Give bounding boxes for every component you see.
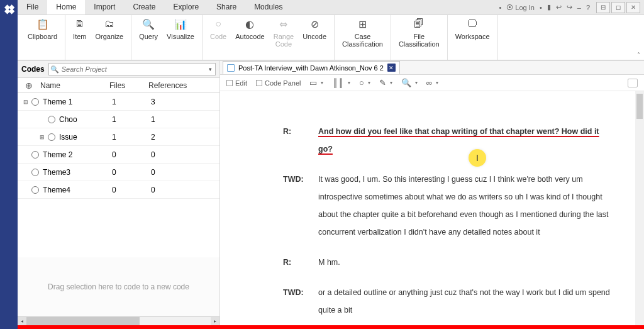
code-node[interactable]: ⊞Issue12: [18, 128, 219, 146]
code-node[interactable]: Theme400: [18, 181, 219, 199]
bullet-icon: •: [499, 4, 501, 11]
codes-column-header: ⊕ Name Files References: [18, 78, 219, 93]
ribbon-file-classification-button[interactable]: 🗐FileClassification: [399, 18, 440, 48]
circle-tool[interactable]: ○▾: [359, 78, 370, 87]
node-files: 0: [112, 168, 151, 177]
ribbon-label: Workspace: [455, 33, 490, 40]
ribbon-workspace-button[interactable]: 🖵Workspace: [455, 18, 490, 40]
codes-drop-hint: Drag selection here to code to a new cod…: [18, 257, 219, 316]
ribbon-item-button[interactable]: 🗎Item: [73, 18, 86, 40]
tree-twist-icon[interactable]: ⊞: [36, 134, 48, 140]
menu-tab-explore[interactable]: Explore: [164, 0, 208, 14]
transcript-row[interactable]: R:M hm.: [283, 254, 610, 271]
transcript-row[interactable]: R:And how did you feel like that chap wr…: [283, 123, 610, 158]
codes-panel: Codes 🔍 ▾ ⊕ Name Files References ⊟Theme…: [18, 61, 220, 325]
menu-tab-share[interactable]: Share: [208, 0, 245, 14]
scroll-left-icon[interactable]: ◂: [18, 317, 26, 325]
case-classification-icon: ⊞: [356, 18, 369, 30]
ribbon-label: Code: [210, 33, 226, 40]
col-files[interactable]: Files: [109, 81, 148, 90]
video-progress-bar[interactable]: [18, 325, 644, 329]
window-close-button[interactable]: ✕: [626, 2, 640, 13]
col-references[interactable]: References: [148, 81, 219, 90]
node-circle-icon[interactable]: [48, 116, 55, 123]
node-files: 1: [112, 133, 151, 142]
ribbon-code-button: ○Code: [210, 18, 226, 48]
coding-stripes-tool[interactable]: ║║▾: [332, 78, 350, 87]
col-name[interactable]: Name: [40, 81, 109, 90]
text-cursor-highlight: I: [469, 149, 486, 167]
node-circle-icon[interactable]: [31, 98, 39, 106]
query-icon: 🔍: [142, 18, 155, 30]
document-content[interactable]: R:And how did you feel like that chap wr…: [220, 91, 644, 325]
annotation-tool[interactable]: ▭▾: [309, 78, 323, 87]
code-node[interactable]: Choo11: [18, 111, 219, 128]
node-circle-icon[interactable]: [31, 186, 39, 194]
ribbon-label: Autocode: [235, 33, 264, 40]
edit-toggle[interactable]: Edit: [226, 79, 247, 87]
visualize-icon: 📊: [174, 18, 187, 30]
code-node[interactable]: Theme300: [18, 164, 219, 181]
utterance-text[interactable]: M hm.: [318, 254, 610, 271]
vscroll-thumb[interactable]: [636, 94, 643, 119]
ribbon-label: CaseClassification: [342, 33, 383, 48]
ribbon-organize-button[interactable]: 🗂Organize: [96, 18, 124, 40]
title-quick-access: • ⦿ Log In • ▮ ↩ ↪ – ? ⊟ ◻ ✕: [499, 0, 644, 14]
add-node-icon[interactable]: ⊕: [18, 81, 40, 91]
node-circle-icon[interactable]: [31, 169, 39, 176]
document-toolbar: Edit Code Panel ▭▾ ║║▾ ○▾ ✎▾ 🔍▾ ∞▾: [220, 75, 644, 91]
help-icon[interactable]: ?: [586, 4, 590, 11]
node-name: Theme 2: [43, 150, 112, 159]
popout-icon[interactable]: [628, 79, 638, 87]
login-link[interactable]: ⦿ Log In: [506, 4, 535, 11]
ribbon-label: Item: [73, 33, 86, 40]
utterance-text[interactable]: And how did you feel like that chap writ…: [318, 123, 610, 158]
node-circle-icon[interactable]: [48, 133, 55, 141]
node-name: Theme3: [43, 168, 112, 177]
ribbon-autocode-button[interactable]: ◐Autocode: [235, 18, 264, 48]
ribbon-query-button[interactable]: 🔍Query: [139, 18, 158, 40]
transcript-row[interactable]: TWD:It was good, I um. So this interesti…: [283, 170, 610, 241]
collapse-ribbon-icon[interactable]: ˄: [637, 52, 640, 59]
highlighter-tool[interactable]: ✎▾: [379, 78, 392, 87]
code-node[interactable]: Theme 200: [18, 146, 219, 164]
scroll-thumb[interactable]: [26, 317, 140, 325]
undo-icon[interactable]: ↩: [556, 3, 562, 11]
node-name: Theme4: [43, 186, 112, 194]
menu-tab-create[interactable]: Create: [124, 0, 164, 14]
node-name: Issue: [59, 133, 112, 142]
menu-tab-import[interactable]: Import: [85, 0, 124, 14]
link-tool[interactable]: ∞▾: [426, 78, 438, 87]
menu-tab-home[interactable]: Home: [47, 0, 85, 14]
search-input[interactable]: [60, 64, 205, 74]
save-icon[interactable]: ▮: [547, 3, 551, 11]
document-vertical-scrollbar[interactable]: [635, 91, 644, 325]
node-references: 0: [151, 186, 219, 194]
scroll-right-icon[interactable]: ▸: [211, 317, 219, 325]
utterance-text[interactable]: or a detailed outline or anything just c…: [318, 284, 610, 319]
window-maximize-button[interactable]: ◻: [611, 2, 625, 13]
document-tab[interactable]: Post-TA Interview_with Dawn Atkinson_Nov…: [223, 61, 400, 74]
node-references: 0: [151, 150, 219, 159]
node-references: 2: [151, 133, 219, 142]
window-minimize-button[interactable]: ⊟: [596, 2, 610, 13]
code-node[interactable]: ⊟Theme 113: [18, 93, 219, 111]
code-panel-toggle[interactable]: Code Panel: [256, 79, 301, 87]
ribbon-uncode-button[interactable]: ⊘Uncode: [303, 18, 326, 48]
transcript-row[interactable]: TWD:or a detailed outline or anything ju…: [283, 284, 610, 319]
redo-icon[interactable]: ↪: [567, 3, 572, 11]
zoom-tool[interactable]: 🔍▾: [401, 78, 418, 87]
ribbon-clipboard-button[interactable]: 📋Clipboard: [28, 18, 57, 40]
ribbon-visualize-button[interactable]: 📊Visualize: [167, 18, 194, 40]
menu-tab-modules[interactable]: Modules: [245, 0, 291, 14]
close-tab-icon[interactable]: ✕: [387, 64, 396, 72]
range-code-icon: ⇔: [277, 18, 290, 30]
node-circle-icon[interactable]: [31, 151, 39, 159]
ribbon-case-classification-button[interactable]: ⊞CaseClassification: [342, 18, 383, 48]
tree-twist-icon[interactable]: ⊟: [20, 99, 31, 105]
codes-horizontal-scrollbar[interactable]: ◂ ▸: [18, 316, 219, 325]
menu-tab-file[interactable]: File: [18, 0, 47, 14]
search-dropdown-icon[interactable]: ▾: [205, 66, 215, 72]
utterance-text[interactable]: It was good, I um. So this interesting I…: [318, 170, 610, 241]
search-project-field[interactable]: 🔍 ▾: [48, 63, 216, 75]
